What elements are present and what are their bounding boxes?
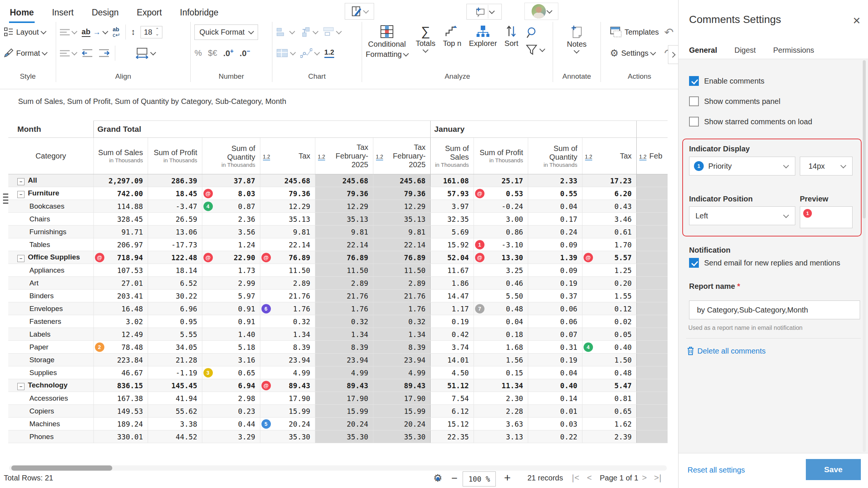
pivot-cell[interactable]: 1.34 xyxy=(373,328,430,341)
collapse-icon[interactable] xyxy=(17,178,24,185)
pivot-cell[interactable]: 5.69 xyxy=(430,226,474,238)
pivot-cell[interactable]: 2.33 xyxy=(528,174,582,187)
tab-design[interactable]: Design xyxy=(91,5,119,23)
pivot-cell[interactable]: 27.01 xyxy=(93,277,148,290)
pivot-cell[interactable]: 76.89@ xyxy=(260,251,315,264)
pivot-cell[interactable]: 4.50 xyxy=(430,366,474,379)
pivot-cell[interactable]: 14.47 xyxy=(430,290,474,302)
pivot-cell[interactable]: 79.36 xyxy=(373,187,430,200)
comment-indicator-badge[interactable]: @ xyxy=(261,253,271,262)
pivot-cell[interactable]: 11.50 xyxy=(260,264,315,277)
currency-format-button[interactable]: $€ xyxy=(208,48,217,58)
pivot-cell[interactable]: 0.874 xyxy=(202,200,260,213)
filter-button[interactable] xyxy=(526,44,544,55)
pivot-cell[interactable]: 0.18 xyxy=(474,328,528,341)
pivot-cell[interactable]: 37.87 xyxy=(202,174,260,187)
column-header[interactable]: 1.2Tax xyxy=(582,138,636,174)
corner-row-field[interactable]: Month xyxy=(8,121,93,138)
pivot-cell[interactable]: 79.36 xyxy=(260,187,315,200)
pivot-cell[interactable]: 0.46 xyxy=(474,277,528,290)
pivot-cell[interactable]: 0.01 xyxy=(528,405,582,418)
zoom-in-button[interactable]: + xyxy=(504,471,511,484)
pivot-cell[interactable]: -17.73 xyxy=(148,238,202,251)
pivot-cell[interactable]: 0.20 xyxy=(582,277,636,290)
pager-last-button[interactable]: >| xyxy=(654,473,662,483)
pivot-cell[interactable]: 3.13 xyxy=(474,430,528,443)
pivot-cell[interactable]: 11.50 xyxy=(315,264,373,277)
pivot-cell[interactable]: 0.91 xyxy=(202,302,260,315)
pivot-cell[interactable]: 16.48 xyxy=(93,302,148,315)
pivot-row-header[interactable]: Copiers xyxy=(8,405,93,418)
pivot-cell[interactable]: 35.30 xyxy=(315,430,373,443)
show-comments-panel-checkbox[interactable]: Show comments panel xyxy=(689,96,780,106)
pivot-cell[interactable]: 0.37 xyxy=(528,290,582,302)
pivot-cell[interactable]: 5.97 xyxy=(202,290,260,302)
pivot-cell[interactable]: 7.54 xyxy=(430,392,474,405)
send-email-checkbox[interactable]: Send email for new replies and mentions xyxy=(689,258,840,268)
pivot-row-header[interactable]: Binders xyxy=(8,290,93,302)
pivot-cell[interactable]: 15.12 xyxy=(430,418,474,430)
indicator-size-dropdown[interactable]: 14px xyxy=(800,157,853,175)
pivot-row-header[interactable]: Chairs xyxy=(8,213,93,226)
pivot-row-header[interactable]: Fasteners xyxy=(8,315,93,328)
pivot-cell[interactable]: 41.94 xyxy=(148,392,202,405)
pivot-cell[interactable]: 145.45 xyxy=(148,379,202,392)
pivot-cell[interactable]: 3.02 xyxy=(93,315,148,328)
pivot-cell[interactable]: 0.31 xyxy=(528,341,582,354)
pivot-cell[interactable]: 8.39 xyxy=(260,341,315,354)
pivot-row-header[interactable]: Labels xyxy=(8,328,93,341)
pivot-cell[interactable]: 6.96 xyxy=(148,302,202,315)
pivot-cell[interactable]: 3.56 xyxy=(202,226,260,238)
pivot-cell[interactable]: 1.25 xyxy=(582,264,636,277)
layout-chart-button[interactable] xyxy=(323,27,341,37)
pivot-cell[interactable]: 0.23 xyxy=(202,405,260,418)
pivot-cell[interactable]: 6.94 xyxy=(202,379,260,392)
report-name-input[interactable] xyxy=(689,300,860,319)
comment-indicator-badge[interactable]: 3 xyxy=(203,368,213,377)
pivot-cell[interactable]: 8.39 xyxy=(315,341,373,354)
column-header[interactable]: 1.2TaxFebruary-2025 xyxy=(315,138,373,174)
pivot-cell[interactable]: 0.65 xyxy=(582,405,636,418)
comment-indicator-badge[interactable]: 4 xyxy=(584,342,593,352)
pivot-row-header[interactable]: Machines xyxy=(8,418,93,430)
pivot-cell[interactable]: 0.04 xyxy=(474,315,528,328)
pivot-cell[interactable]: 21.76 xyxy=(260,290,315,302)
pivot-cell[interactable] xyxy=(636,354,668,366)
pivot-cell[interactable]: 52.04 xyxy=(430,251,474,264)
pivot-cell[interactable]: 5.47 xyxy=(582,379,636,392)
pivot-cell[interactable]: 4.99 xyxy=(315,366,373,379)
pivot-cell[interactable]: 23.94 xyxy=(315,354,373,366)
pivot-cell[interactable]: 3.00 xyxy=(474,213,528,226)
pivot-row-header[interactable]: All xyxy=(8,174,93,187)
pivot-cell[interactable]: 35.13 xyxy=(260,213,315,226)
pivot-cell[interactable]: 0.86 xyxy=(474,226,528,238)
pivot-cell[interactable]: 35.30 xyxy=(373,430,430,443)
number-format-icon[interactable]: 1.2 xyxy=(585,154,592,160)
save-button[interactable]: Save xyxy=(806,459,861,480)
comment-indicator-badge[interactable]: @ xyxy=(475,189,484,198)
pivot-cell[interactable]: 0.17 xyxy=(528,213,582,226)
pivot-cell[interactable] xyxy=(636,213,668,226)
pivot-cell[interactable]: 78.482 xyxy=(93,341,148,354)
column-header[interactable]: Sum of Quantityin Thousands xyxy=(528,138,582,174)
zoom-out-button[interactable]: − xyxy=(451,472,457,484)
horizontal-scrollbar[interactable] xyxy=(9,465,667,471)
increase-decimal-button[interactable]: .0+ xyxy=(223,48,234,58)
pivot-cell[interactable]: 0.19 xyxy=(528,354,582,366)
pivot-cell[interactable]: 35.30 xyxy=(260,430,315,443)
decimal-format-button[interactable]: 1.2 xyxy=(324,48,334,58)
hierarchy-chart-button[interactable] xyxy=(300,27,318,37)
conditional-formatting-button[interactable]: Conditional Formatting xyxy=(366,23,408,59)
pivot-cell[interactable]: 1.56 xyxy=(474,354,528,366)
pivot-cell[interactable]: 0.404 xyxy=(582,341,636,354)
pivot-cell[interactable]: 1.39 xyxy=(528,251,582,264)
pivot-cell[interactable]: 79.36 xyxy=(315,187,373,200)
pivot-cell[interactable]: 2.99 xyxy=(202,277,260,290)
pivot-cell[interactable]: 18.45 xyxy=(148,187,202,200)
pivot-cell[interactable]: 0.14 xyxy=(528,392,582,405)
pivot-cell[interactable]: 836.15 xyxy=(93,379,148,392)
pivot-cell[interactable]: 245.68 xyxy=(373,174,430,187)
pivot-cell[interactable] xyxy=(636,366,668,379)
tab-home[interactable]: Home xyxy=(9,5,35,23)
pivot-cell[interactable]: 0.32 xyxy=(260,315,315,328)
